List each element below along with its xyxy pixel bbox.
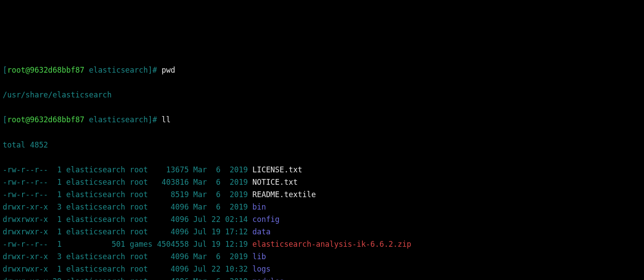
ls-row: -rw-r--r-- 1 501 games 4504558 Jul 19 12… — [3, 238, 641, 250]
prompt-line-pwd: [root@9632d68bbf87 elasticsearch]# pwd — [3, 64, 641, 76]
ls-row: -rw-r--r-- 1 elasticsearch root 403816 M… — [3, 176, 641, 188]
ls-row: -rw-r--r-- 1 elasticsearch root 13675 Ma… — [3, 163, 641, 176]
total-line-1: total 4852 — [3, 139, 641, 151]
ls-row: -rw-r--r-- 1 elasticsearch root 8519 Mar… — [3, 188, 641, 201]
ls-row: drwxrwxr-x 1 elasticsearch root 4096 Jul… — [3, 213, 641, 226]
terminal-output[interactable]: [root@9632d68bbf87 elasticsearch]# pwd /… — [3, 51, 641, 280]
ls-row: drwxr-xr-x 29 elasticsearch root 4096 Ma… — [3, 275, 641, 280]
ls-row: drwxrwxr-x 1 elasticsearch root 4096 Jul… — [3, 263, 641, 275]
ls-row: drwxrwxr-x 1 elasticsearch root 4096 Jul… — [3, 226, 641, 238]
pwd-output: /usr/share/elasticsearch — [3, 89, 641, 101]
ls-row: drwxr-xr-x 3 elasticsearch root 4096 Mar… — [3, 250, 641, 263]
prompt-line-ll-1: [root@9632d68bbf87 elasticsearch]# ll — [3, 113, 641, 126]
ls-row: drwxr-xr-x 3 elasticsearch root 4096 Mar… — [3, 201, 641, 213]
